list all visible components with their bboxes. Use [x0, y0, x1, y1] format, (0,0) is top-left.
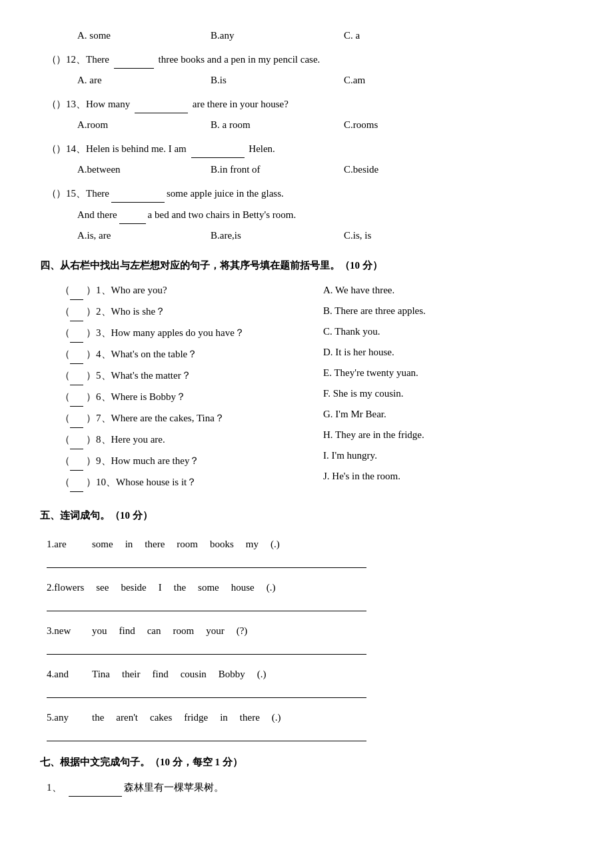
- word-item: I: [159, 579, 162, 597]
- match-num: ）1、: [86, 281, 111, 299]
- q12-there: There: [86, 54, 109, 65]
- match-right-row: B. There are three apples.: [323, 302, 573, 320]
- word-item: beside: [121, 579, 146, 597]
- word-item: fridge: [184, 709, 208, 727]
- q13-option-a: A.room: [77, 116, 211, 134]
- match-left-row: （ ）6、Where is Bobby？: [60, 388, 310, 407]
- word-item: cakes: [150, 709, 172, 727]
- q14-option-c: C.beside: [344, 161, 477, 179]
- q12-option-c: C.am: [344, 71, 477, 89]
- match-num: ）10、: [86, 473, 116, 491]
- match-blank: [70, 431, 83, 449]
- answer-line: [47, 555, 366, 568]
- match-left-row: （ ）3、How many apples do you have？: [60, 324, 310, 343]
- match-paren: （: [60, 452, 70, 470]
- match-text: Who are you?: [111, 281, 167, 299]
- answer-line: [47, 641, 366, 655]
- section4: 四、从右栏中找出与左栏想对应的句子，将其序号填在题前括号里。（10 分） （ ）…: [40, 257, 573, 495]
- match-right-row: G. I'm Mr Bear.: [323, 405, 573, 423]
- match-num: ）2、: [86, 303, 111, 321]
- word-item: some: [198, 579, 219, 597]
- match-num: ）5、: [86, 367, 111, 385]
- word-item: Tina: [92, 665, 110, 683]
- q11-option-a: A. some: [77, 27, 211, 45]
- match-text: What's on the table？: [111, 345, 198, 363]
- q13-blank: [135, 95, 188, 113]
- q15-option-c: C.is, is: [344, 227, 477, 245]
- q15-option-a: A.is, are: [77, 227, 211, 245]
- match-right-row: A. We have three.: [323, 281, 573, 299]
- answer-line: [47, 598, 366, 611]
- word-arrange-row: 2.flowersseebesideIthesomehouse(.): [40, 575, 573, 597]
- q12-option-a: A. are: [77, 71, 211, 89]
- answer-line: [47, 728, 366, 741]
- word-item: room: [173, 622, 195, 640]
- q15-options: A.is, are B.are,is C.is, is: [40, 227, 573, 245]
- match-blank: [70, 367, 83, 385]
- match-blank: [70, 452, 83, 471]
- match-blank: [70, 281, 83, 300]
- word-item: house: [231, 579, 255, 597]
- match-paren: （: [60, 324, 70, 342]
- q13-howmany: How many: [86, 99, 130, 109]
- word-item: can: [147, 622, 161, 640]
- match-num: ）3、: [86, 324, 111, 342]
- s7-fill1: [69, 778, 122, 797]
- q13-num: ）13、: [56, 95, 86, 113]
- q14-text: Helen is behind me. I am Helen.: [86, 139, 573, 158]
- match-blank: [70, 324, 83, 343]
- match-right-row: J. He's in the room.: [323, 467, 573, 485]
- q12-paren: （: [47, 51, 56, 69]
- section5: 五、连词成句。（10 分） 1.aresomeinthereroombooksm…: [40, 507, 573, 741]
- q11-option-b: B.any: [211, 27, 344, 45]
- q13-text: How many are there in your house?: [86, 95, 573, 113]
- match-text: What's the matter？: [111, 367, 191, 385]
- q15-row: （ ）15、 There some apple juice in the gla…: [40, 184, 573, 203]
- match-left-col: （ ）1、Who are you?（ ）2、Who is she？（ ）3、Ho…: [60, 281, 310, 495]
- match-text: How many apples do you have？: [111, 324, 245, 342]
- match-blank: [70, 388, 83, 407]
- match-paren: （: [60, 473, 70, 491]
- q15-num: ）15、: [56, 185, 86, 203]
- match-paren: （: [60, 367, 70, 385]
- match-left-row: （ ）1、Who are you?: [60, 281, 310, 300]
- match-right-row: D. It is her house.: [323, 343, 573, 361]
- q12-num: ）12、: [56, 51, 86, 69]
- match-right-text: J. He's in the room.: [323, 467, 400, 485]
- match-right-row: H. They are in the fridge.: [323, 426, 573, 444]
- match-right-text: G. I'm Mr Bear.: [323, 405, 386, 423]
- match-right-text: H. They are in the fridge.: [323, 426, 424, 444]
- answer-line: [47, 685, 366, 698]
- section7-title: 七、根据中文完成句子。（10 分，每空 1 分）: [40, 753, 573, 771]
- q15-paren: （: [47, 185, 56, 203]
- word-item: books: [210, 535, 234, 553]
- q12-option-b: B.is: [211, 71, 344, 89]
- word-item: cousin: [181, 665, 207, 683]
- word-label: 5.any: [47, 709, 80, 727]
- match-num: ）7、: [86, 409, 111, 427]
- word-item: (?): [237, 622, 248, 640]
- word-item: (.): [271, 535, 280, 553]
- match-blank: [70, 303, 83, 321]
- word-item: the: [92, 709, 104, 727]
- word-item: find: [119, 622, 135, 640]
- match-right-text: A. We have three.: [323, 281, 394, 299]
- q13-row: （ ）13、 How many are there in your house?: [40, 95, 573, 113]
- section4-title: 四、从右栏中找出与左栏想对应的句子，将其序号填在题前括号里。（10 分）: [40, 257, 573, 275]
- match-right-text: C. Thank you.: [323, 323, 380, 341]
- word-item: there: [240, 709, 260, 727]
- word-arrange-row: 5.anythearen'tcakesfridgeinthere(.): [40, 705, 573, 727]
- word-label: 3.new: [47, 622, 80, 640]
- section7-row1: 1、 森林里有一棵苹果树。: [40, 778, 573, 797]
- q14-blank: [191, 139, 245, 158]
- match-blank: [70, 473, 83, 492]
- q14-rest: Helen.: [249, 143, 275, 154]
- matching-grid: （ ）1、Who are you?（ ）2、Who is she？（ ）3、Ho…: [40, 281, 573, 495]
- match-text: Whose house is it？: [116, 473, 197, 491]
- q14-pre: Helen is behind me. I am: [86, 143, 187, 154]
- match-paren: （: [60, 409, 70, 427]
- word-item: (.): [257, 665, 267, 683]
- q15-rest1: some apple juice in the glass.: [167, 188, 284, 199]
- word-arrange-row: 4.andTinatheirfindcousinBobby(.): [40, 661, 573, 683]
- word-item: room: [177, 535, 198, 553]
